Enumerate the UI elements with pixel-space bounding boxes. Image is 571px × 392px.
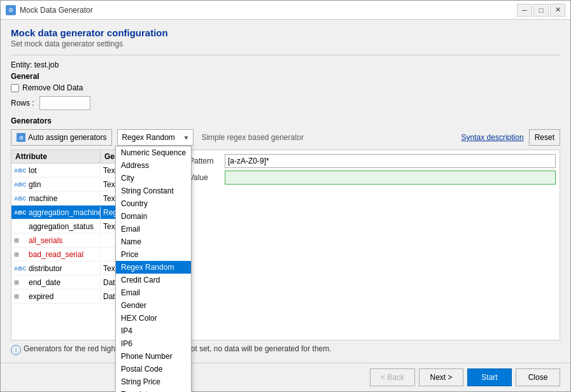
generator-dropdown-overlay: Numeric Sequence Address City String Con… — [115, 146, 192, 392]
reset-button[interactable]: Reset — [529, 129, 560, 146]
attr-cell: ⊞ all_serials — [11, 235, 101, 246]
type-badge-abc: ABC — [14, 195, 27, 202]
footer: < Back Next > Start Close — [1, 363, 570, 391]
attr-cell: ⊞ expired — [11, 291, 101, 302]
window-close-button[interactable]: ✕ — [550, 4, 565, 17]
dropdown-item-price[interactable]: Price — [116, 248, 191, 261]
pattern-input[interactable] — [225, 154, 556, 168]
dropdown-item-city[interactable]: City — [116, 172, 191, 185]
attr-name: distributor — [29, 264, 62, 273]
entity-value: test.job — [34, 60, 59, 69]
attribute-column-header: Attribute — [11, 150, 101, 163]
maximize-button[interactable]: □ — [533, 4, 549, 17]
attr-name: bad_read_serial — [29, 250, 83, 259]
dropdown-item-string-price[interactable]: String Price — [116, 375, 191, 388]
main-window: ⚙ Mock Data Generator ─ □ ✕ Mock data ge… — [0, 0, 571, 392]
window-content: Mock data generator configuration Set mo… — [1, 20, 570, 363]
generators-label: Generators — [11, 116, 560, 125]
chevron-down-icon: ▼ — [183, 134, 190, 141]
info-icon: i — [11, 345, 21, 355]
generators-toolbar: ⊞ Auto assign generators Regex Random ▼ … — [11, 129, 560, 146]
dropdown-item-ip4[interactable]: IP4 — [116, 325, 191, 337]
dropdown-item-gender[interactable]: Gender — [116, 299, 191, 312]
pattern-label: Pattern — [189, 157, 221, 165]
remove-old-data-row: Remove Old Data — [11, 83, 560, 92]
type-badge-abc: ABC — [14, 265, 27, 272]
start-button[interactable]: Start — [467, 368, 512, 386]
attr-name: all_serials — [29, 236, 62, 245]
title-bar-left: ⚙ Mock Data Generator — [6, 5, 93, 15]
attr-cell: ⊞ bad_read_serial — [11, 249, 101, 260]
syntax-description-link[interactable]: Syntax description — [462, 133, 524, 142]
attr-cell: aggregation_status — [11, 221, 101, 232]
attr-name: expired — [29, 292, 53, 301]
auto-assign-label: Auto assign generators — [28, 133, 106, 142]
dropdown-item-numeric-sequence[interactable]: Numeric Sequence — [116, 146, 191, 159]
generator-dropdown[interactable]: Regex Random ▼ — [117, 129, 194, 146]
dropdown-item-credit-card[interactable]: Credit Card — [116, 274, 191, 286]
minimize-button[interactable]: ─ — [517, 4, 532, 17]
dropdown-item-email-1[interactable]: Email — [116, 223, 191, 235]
info-bar: i Generators for the red highlighted att… — [11, 344, 560, 355]
type-badge-abc: ABC — [14, 181, 27, 188]
attr-cell: ABC gtin — [11, 179, 101, 190]
dropdown-item-postal-code[interactable]: Postal Code — [116, 363, 191, 375]
type-badge-grid: ⊞ — [14, 237, 27, 244]
main-area: Attribute Generator ABC lot Text — [11, 150, 560, 340]
header-divider — [11, 55, 560, 55]
value-input[interactable] — [225, 171, 556, 185]
attr-cell: ABC aggregation_machine — [11, 207, 101, 218]
auto-assign-button[interactable]: ⊞ Auto assign generators — [11, 129, 112, 146]
generators-section: Generators ⊞ Auto assign generators Rege… — [11, 116, 560, 355]
pattern-row: Pattern — [189, 154, 556, 168]
next-button[interactable]: Next > — [419, 368, 463, 386]
dropdown-item-country[interactable]: Country — [116, 197, 191, 210]
attr-cell: ABC distributor — [11, 263, 101, 274]
type-badge-grid: ⊞ — [14, 293, 27, 300]
dropdown-item-template[interactable]: Template — [116, 388, 191, 392]
attr-name: end_date — [29, 278, 60, 287]
dropdown-item-regex-random[interactable]: Regex Random — [116, 261, 191, 274]
app-icon: ⚙ — [6, 5, 16, 15]
selected-generator-label: Regex Random — [122, 133, 174, 142]
type-badge-abc: ABC — [14, 209, 27, 216]
back-button[interactable]: < Back — [370, 368, 415, 386]
entity-label: Entity: — [11, 60, 32, 69]
value-row: Value — [189, 171, 556, 185]
dropdown-item-domain[interactable]: Domain — [116, 210, 191, 223]
dropdown-item-email-2[interactable]: Email — [116, 286, 191, 299]
remove-old-data-checkbox[interactable] — [11, 84, 19, 92]
auto-assign-icon: ⊞ — [17, 133, 25, 142]
attr-cell: ABC machine — [11, 193, 101, 204]
remove-old-data-label: Remove Old Data — [22, 83, 83, 92]
dropdown-item-name[interactable]: Name — [116, 235, 191, 248]
attr-cell: ABC lot — [11, 165, 101, 176]
attr-cell: ⊞ end_date — [11, 277, 101, 288]
type-badge-grid: ⊞ — [14, 251, 27, 258]
page-title: Mock data generator configuration — [11, 27, 560, 38]
type-badge-grid: ⊞ — [14, 279, 27, 286]
type-badge-abc: ABC — [14, 167, 27, 174]
rows-label: Rows : — [11, 99, 34, 108]
window-title: Mock Data Generator — [20, 6, 93, 15]
attr-name: aggregation_machine — [29, 208, 101, 217]
general-label: General — [11, 72, 560, 81]
right-panel: Pattern Value — [185, 150, 560, 340]
attr-name: lot — [29, 166, 37, 175]
attr-name: gtin — [29, 180, 41, 189]
rows-row: Rows : 1000 — [11, 96, 560, 110]
dropdown-item-ip6[interactable]: IP6 — [116, 337, 191, 350]
value-label: Value — [189, 173, 221, 182]
entity-row: Entity: test.job — [11, 60, 560, 69]
dropdown-item-hex-color[interactable]: HEX Color — [116, 312, 191, 325]
title-controls: ─ □ ✕ — [517, 4, 565, 17]
dropdown-item-phone-number[interactable]: Phone Number — [116, 350, 191, 363]
attr-name: machine — [29, 194, 57, 203]
dropdown-item-string-constant[interactable]: String Constant — [116, 185, 191, 197]
dropdown-item-address[interactable]: Address — [116, 159, 191, 172]
rows-input[interactable]: 1000 — [39, 96, 90, 110]
attr-name: aggregation_status — [29, 222, 94, 231]
close-button[interactable]: Close — [516, 368, 560, 386]
generator-description: Simple regex based generator — [201, 133, 304, 142]
title-bar: ⚙ Mock Data Generator ─ □ ✕ — [1, 1, 570, 20]
